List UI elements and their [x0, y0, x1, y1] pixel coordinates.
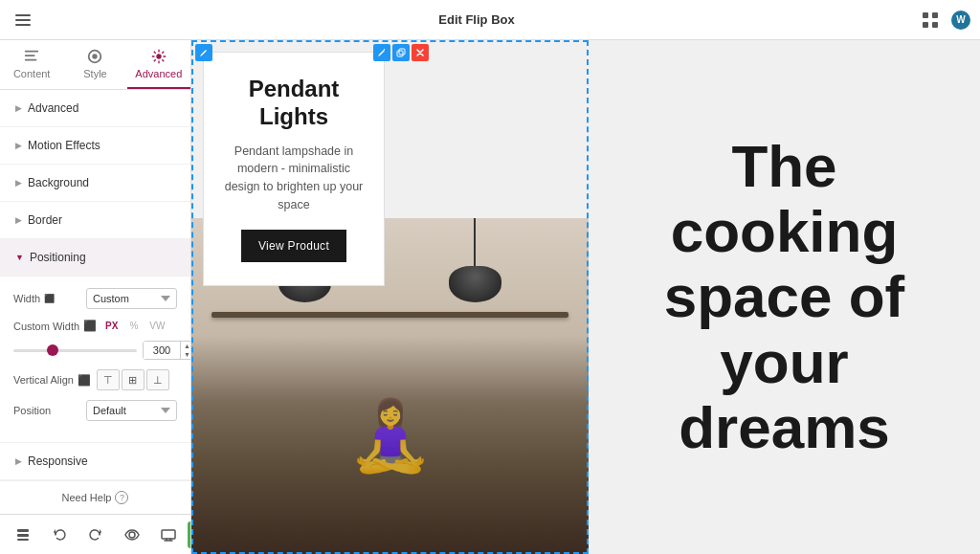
page-title: Edit Flip Box	[44, 12, 909, 27]
svg-rect-17	[162, 530, 175, 539]
svg-rect-13	[17, 529, 29, 532]
custom-width-row: Custom Width ⬛ PX % VW	[13, 319, 177, 333]
svg-point-16	[129, 532, 135, 538]
unit-vw[interactable]: VW	[145, 319, 169, 333]
chevron-right-icon: ▶	[15, 215, 22, 225]
unit-percent[interactable]: %	[124, 319, 143, 333]
sidebar: Content Style Advanced ▶ Advan	[0, 40, 191, 554]
edit-widget-button[interactable]	[373, 44, 390, 61]
width-row: Width ⬛ Custom Default Full Width	[13, 288, 177, 309]
view-product-button[interactable]: View Product	[241, 230, 346, 262]
need-help-link[interactable]: Need Help ?	[62, 491, 129, 504]
width-number-input[interactable]	[144, 342, 180, 359]
number-up-arrow[interactable]: ▲	[181, 342, 190, 350]
kitchen-shelf-1	[212, 312, 569, 318]
top-bar: Edit Flip Box W	[0, 0, 980, 40]
align-buttons: ⊤ ⊞ ⊥	[97, 369, 169, 390]
svg-point-12	[156, 54, 161, 58]
vertical-align-label: Vertical Align ⬛	[13, 374, 91, 387]
accordion-item-border[interactable]: ▶ Border	[0, 202, 190, 239]
accordion-label-background: Background	[28, 176, 89, 189]
update-bar-left	[10, 521, 182, 548]
svg-point-11	[93, 54, 98, 58]
align-bottom-button[interactable]: ⊥	[146, 369, 169, 390]
accordion-item-positioning[interactable]: ▼ Positioning	[0, 239, 190, 277]
accordion-item-motion[interactable]: ▶ Motion Effects	[0, 127, 190, 165]
tab-advanced-label: Advanced	[135, 68, 182, 79]
canvas-area: PendantLights Pendant lampshade in moder…	[191, 40, 980, 554]
align-top-button[interactable]: ⊤	[97, 369, 120, 390]
svg-rect-5	[923, 22, 928, 28]
svg-rect-4	[932, 12, 938, 18]
redo-icon[interactable]	[82, 521, 109, 548]
tab-content-label: Content	[13, 68, 51, 79]
accordion-item-background[interactable]: ▶ Background	[0, 165, 190, 202]
accordion-label-positioning: Positioning	[30, 251, 86, 264]
align-middle-button[interactable]: ⊞	[122, 369, 145, 390]
wordpress-icon[interactable]: W	[951, 11, 970, 30]
svg-rect-1	[15, 19, 31, 21]
svg-rect-0	[15, 14, 31, 16]
tab-style-label: Style	[83, 68, 106, 79]
svg-rect-19	[399, 49, 405, 55]
delete-widget-button[interactable]	[412, 44, 429, 61]
pendant-lamp-2	[449, 218, 501, 302]
width-select[interactable]: Custom Default Full Width	[86, 288, 177, 309]
position-row: Position Default Absolute Fixed	[13, 400, 177, 421]
position-label: Position	[13, 405, 80, 416]
svg-rect-14	[17, 534, 29, 537]
custom-width-label: Custom Width ⬛	[13, 320, 97, 332]
svg-rect-9	[25, 59, 37, 61]
svg-rect-18	[397, 51, 403, 56]
sidebar-bottom: Need Help ?	[0, 480, 190, 514]
flip-box-title: PendantLights	[249, 76, 340, 131]
main-layout: Content Style Advanced ▶ Advan	[0, 40, 980, 554]
accordion-item-advanced[interactable]: ▶ Advanced	[0, 90, 190, 127]
width-slider[interactable]	[13, 349, 137, 352]
layers-icon[interactable]	[10, 521, 36, 548]
person-figure: 🧘‍♀️	[347, 401, 434, 470]
svg-rect-8	[25, 55, 35, 56]
responsive-icon-3: ⬛	[78, 374, 91, 387]
tab-advanced[interactable]: Advanced	[127, 40, 190, 89]
vertical-align-row: Vertical Align ⬛ ⊤ ⊞ ⊥	[13, 369, 177, 390]
chevron-right-icon: ▶	[15, 141, 22, 150]
svg-rect-2	[15, 24, 31, 26]
number-input-wrap: ▲ ▼	[143, 341, 190, 360]
unit-tabs: PX % VW	[100, 319, 169, 333]
svg-rect-7	[25, 51, 38, 53]
view-icon[interactable]	[119, 521, 145, 548]
number-down-arrow[interactable]: ▼	[181, 350, 190, 359]
accordion-label-border: Border	[28, 213, 62, 227]
responsive-icon: ⬛	[44, 294, 55, 303]
responsive-preview-icon[interactable]	[155, 521, 182, 548]
grid-icon[interactable]	[917, 7, 944, 33]
svg-rect-6	[932, 22, 938, 28]
tab-content[interactable]: Content	[0, 40, 63, 89]
number-arrows: ▲ ▼	[180, 342, 190, 359]
accordion-label-advanced: Advanced	[28, 101, 78, 115]
tab-bar: Content Style Advanced	[0, 40, 190, 90]
unit-px[interactable]: PX	[100, 319, 122, 333]
tab-style[interactable]: Style	[63, 40, 126, 89]
position-select[interactable]: Default Absolute Fixed	[86, 400, 177, 421]
accordion-list: ▶ Advanced ▶ Motion Effects ▶ Background…	[0, 90, 190, 480]
flip-box-front: PendantLights Pendant lampshade in moder…	[203, 52, 385, 286]
right-text-area: The cookingspace of yourdreams	[589, 40, 980, 554]
svg-rect-3	[923, 12, 928, 18]
svg-rect-15	[17, 539, 29, 541]
need-help-text: Need Help	[62, 492, 112, 503]
help-icon: ?	[115, 491, 128, 504]
flip-box-description: Pendant lampshade in modern - minimalist…	[219, 143, 368, 214]
duplicate-widget-button[interactable]	[392, 44, 410, 61]
slider-row: ▲ ▼ ◀	[13, 341, 177, 360]
positioning-section: Width ⬛ Custom Default Full Width Custom…	[0, 277, 190, 443]
width-label: Width ⬛	[13, 293, 80, 304]
accordion-item-responsive[interactable]: ▶ Responsive	[0, 443, 190, 480]
widget-edit-pencil[interactable]	[195, 44, 212, 61]
responsive-icon-2: ⬛	[83, 320, 97, 332]
hamburger-menu-icon[interactable]	[10, 7, 36, 33]
chevron-down-icon: ▼	[15, 253, 24, 262]
undo-icon[interactable]	[46, 521, 73, 548]
chevron-right-icon: ▶	[15, 456, 22, 466]
